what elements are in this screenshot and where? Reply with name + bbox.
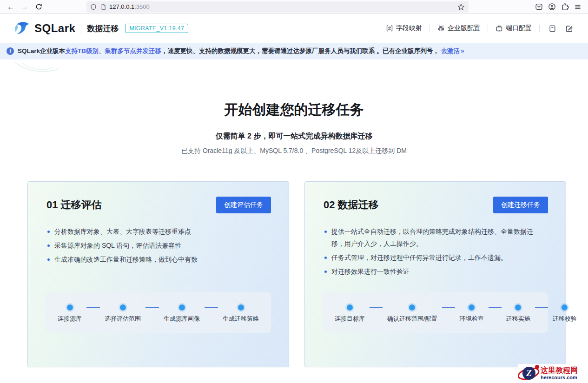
card-data-migration: 02 数据迁移 创建迁移任务 提供一站式全自动迁移，以合理的策略完成对象结构迁移… [304, 181, 566, 367]
nav-port-config[interactable]: 端口配置 [495, 22, 533, 34]
step-dot-icon [238, 304, 244, 310]
url-bar[interactable]: 127.0.0.1:3500 [86, 1, 469, 13]
step-dot-icon [562, 304, 568, 310]
step: 生成源库画像 [164, 304, 200, 323]
steps-row: 连接目标库 确认迁移范围/配置 环境检查 迁移实施 [335, 304, 536, 323]
page-subtitle: 仅需简单 2 步，即可一站式完成异构数据库迁移 [0, 132, 588, 141]
bullet-item: 对迁移效果进行一致性验证 [324, 265, 541, 277]
sliders-icon [437, 25, 445, 32]
extensions-button[interactable] [558, 1, 571, 13]
step-label: 连接源库 [58, 315, 82, 323]
brand: SQLark 数据迁移 MIGRATE_V1.19.47 [13, 21, 188, 36]
reload-icon [35, 3, 42, 10]
create-migration-task-button[interactable]: 创建迁移任务 [493, 197, 548, 213]
step-dot-icon [469, 304, 475, 310]
brand-divider [81, 23, 81, 33]
page-icon [100, 4, 106, 10]
step: 生成迁移策略 [223, 304, 259, 323]
bullet-item: 分析数据库对象、大表、大字段表等迁移重难点 [46, 225, 264, 238]
card-bullets: 提供一站式全自动迁移，以合理的策略完成对象结构迁移、全量数据迁移，用户介入少，人… [324, 225, 541, 277]
step-label: 连接目标库 [335, 315, 365, 323]
migration-steps: 连接目标库 确认迁移范围/配置 环境检查 迁移实施 [323, 292, 548, 333]
url-host: 127.0.0.1 [109, 3, 134, 10]
menu-button[interactable] [571, 1, 584, 13]
bullet-item: 采集源库对象的 SQL 语句，评估语法兼容性 [46, 239, 264, 251]
step-connector [370, 307, 383, 308]
nav-port-config-label: 端口配置 [506, 24, 532, 33]
account-icon [548, 3, 556, 11]
step-connector [442, 307, 455, 308]
card-head: 02 数据迁移 创建迁移任务 [324, 197, 548, 213]
nav-field-mapping-label: 字段映射 [396, 24, 422, 33]
steps-row: 连接源库 选择评估范围 生成源库画像 生成迁移策略 [58, 304, 259, 323]
banner-highlight: 支持TB级别、集群多节点并发迁移 [65, 47, 161, 54]
activate-arrow[interactable]: » [461, 47, 464, 54]
enterprise-banner: i SQLark企业版本支持TB级别、集群多节点并发迁移，速度更快、支持的数据规… [0, 43, 588, 59]
step-dot-icon [409, 304, 415, 310]
step: 环境检查 [460, 304, 484, 323]
field-mapping-icon [386, 25, 393, 32]
sqlark-logo-icon [13, 21, 31, 36]
note-icon [548, 25, 556, 33]
product-title: 数据迁移 [87, 23, 119, 34]
shield-icon [90, 4, 97, 10]
step: 选择评估范围 [105, 304, 141, 323]
step-label: 确认迁移范围/配置 [387, 315, 437, 323]
forward-button[interactable]: → [18, 1, 32, 13]
watermark-domain: herecours.com [541, 375, 578, 381]
bullet-item: 提供一站式全自动迁移，以合理的策略完成对象结构迁移、全量数据迁移，用户介入少，人… [324, 225, 541, 250]
account-button[interactable] [545, 1, 558, 13]
step-dot-icon [515, 304, 521, 310]
step-connector [145, 307, 159, 308]
step-dot-icon [120, 304, 126, 310]
reload-button[interactable] [32, 1, 46, 13]
step: 连接目标库 [335, 304, 365, 323]
card-title: 01 迁移评估 [46, 198, 102, 212]
create-assessment-task-button[interactable]: 创建评估任务 [216, 197, 271, 213]
puzzle-icon [561, 3, 569, 11]
port-icon [496, 25, 503, 32]
pocket-button[interactable] [532, 1, 545, 13]
app-header: SQLark 数据迁移 MIGRATE_V1.19.47 字段映射 [0, 14, 588, 43]
edit-button[interactable] [563, 22, 575, 34]
nav-field-mapping[interactable]: 字段映射 [385, 22, 423, 34]
edit-icon [565, 25, 573, 33]
hamburger-icon [574, 3, 581, 11]
page-title: 开始创建您的迁移任务 [0, 100, 588, 119]
step-label: 生成迁移策略 [223, 315, 259, 323]
step-label: 选择评估范围 [105, 315, 141, 323]
step-label: 生成源库画像 [164, 315, 200, 323]
step-connector [535, 307, 548, 308]
page: ← → 127.0.0.1:3500 [0, 0, 588, 383]
step-connector [86, 307, 100, 308]
nav-enterprise-config[interactable]: 企业版配置 [436, 22, 481, 34]
bookmark-star-icon[interactable] [457, 3, 465, 11]
step: 连接源库 [58, 304, 82, 323]
nav-divider [488, 25, 488, 32]
watermark-dot [535, 365, 539, 369]
step: 确认迁移范围/配置 [387, 304, 437, 323]
assessment-steps: 连接源库 选择评估范围 生成源库画像 生成迁移策略 [46, 292, 271, 333]
pocket-icon [535, 3, 543, 11]
supported-databases: 已支持 Oracle11g 及以上、MySQL 5.7/8.0 、Postgre… [0, 147, 588, 155]
brand-name: SQLark [34, 22, 75, 35]
task-cards: 01 迁移评估 创建评估任务 分析数据库对象、大表、大字段表等迁移重难点 采集源… [27, 181, 566, 367]
task-list-button[interactable] [546, 22, 558, 34]
watermark-letter: Z [522, 367, 535, 380]
card-bullets: 分析数据库对象、大表、大字段表等迁移重难点 采集源库对象的 SQL 语句，评估语… [46, 225, 264, 265]
hero-section: 开始创建您的迁移任务 仅需简单 2 步，即可一站式完成异构数据库迁移 已支持 O… [0, 59, 588, 155]
step-label: 迁移校验 [553, 315, 577, 323]
url-port: :3500 [134, 3, 150, 10]
banner-middle: ，速度更快、支持的数据规模更大，需要请通过达梦原厂服务人员与我们联系 。已有企业… [161, 47, 439, 54]
step: 迁移校验 [553, 304, 577, 323]
back-button[interactable]: ← [4, 1, 18, 13]
activate-link[interactable]: 去激活 [441, 47, 460, 54]
step: 迁移实施 [506, 304, 530, 323]
card-head: 01 迁移评估 创建评估任务 [46, 197, 271, 213]
nav-divider [539, 25, 540, 32]
banner-text: SQLark企业版本支持TB级别、集群多节点并发迁移，速度更快、支持的数据规模更… [18, 47, 464, 55]
watermark-title: 这里教程网 [541, 366, 578, 375]
step-label: 环境检查 [460, 315, 484, 323]
site-watermark: Z 这里教程网 herecours.com [518, 364, 588, 383]
version-badge: MIGRATE_V1.19.47 [125, 24, 188, 33]
